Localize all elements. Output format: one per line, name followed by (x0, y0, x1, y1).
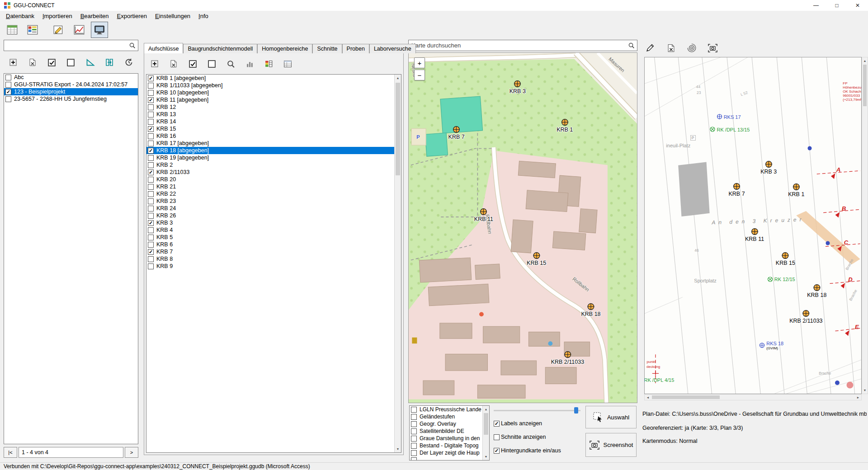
borehole-checkbox[interactable] (148, 169, 154, 175)
tab-proben[interactable]: Proben (342, 44, 369, 53)
chart-button[interactable] (242, 56, 257, 71)
borehole-row[interactable]: KRB 1 [abgegeben] (146, 75, 401, 82)
scroll-thumb[interactable] (396, 83, 400, 175)
project-row[interactable]: Abc (4, 74, 138, 81)
borehole-checkbox[interactable] (148, 249, 154, 255)
database-view-button[interactable] (4, 22, 21, 38)
search-icon[interactable] (625, 40, 637, 51)
delete-plan-button[interactable] (663, 41, 679, 55)
scroll-down-icon[interactable]: ▼ (395, 446, 401, 452)
borehole-row[interactable]: KRB 23 (146, 197, 401, 205)
project-row[interactable]: GGU-STRATIG Export - 24.04.2024 17:02:57 (4, 81, 138, 88)
project-checkbox[interactable] (5, 82, 11, 88)
layer-row[interactable]: Geogr. Overlay (410, 420, 489, 428)
layer-row[interactable]: Bestand - Digitale Topog (410, 442, 489, 449)
borehole-checkbox[interactable] (148, 148, 154, 154)
plan-marker[interactable]: RK 12/15 (767, 276, 795, 282)
scroll-left-icon[interactable]: ◄ (645, 395, 651, 400)
map-option[interactable]: Schnitte anzeigen (494, 433, 561, 441)
scroll-up-icon[interactable]: ▲ (862, 57, 868, 64)
tab-schnitte[interactable]: Schnitte (312, 44, 342, 53)
zoom-out-button[interactable]: − (414, 70, 425, 80)
plan-marker[interactable]: KRB 15 (776, 252, 795, 266)
borehole-scrollbar[interactable]: ▲ ▼ (394, 75, 401, 452)
close-button[interactable]: ✕ (847, 0, 868, 11)
option-checkbox[interactable] (494, 448, 500, 454)
layer-checkbox[interactable] (411, 443, 417, 449)
layer-row[interactable]: Satellitenbilder DE (410, 428, 489, 435)
georeference-button[interactable] (684, 41, 699, 55)
borehole-row[interactable]: KRB 6 (146, 241, 401, 248)
map-marker[interactable]: KRB 2/11033 (551, 351, 584, 365)
borehole-row[interactable]: KRB 4 (146, 226, 401, 234)
delete-borehole-button[interactable] (166, 56, 181, 71)
uncheck-all-button[interactable] (204, 56, 219, 71)
opacity-slider[interactable] (494, 407, 580, 414)
plan-marker[interactable]: KRB 11 (745, 228, 764, 242)
plan-marker[interactable]: KRB 18 (807, 284, 826, 298)
zoom-in-button[interactable]: + (414, 57, 425, 68)
borehole-log-button[interactable] (261, 56, 276, 71)
option-checkbox[interactable] (494, 434, 500, 440)
layer-checkbox[interactable] (411, 414, 417, 420)
minimize-button[interactable]: — (806, 0, 826, 11)
borehole-row[interactable]: KRB 5 (146, 234, 401, 241)
layer-checkbox[interactable] (411, 450, 417, 456)
map-search-input[interactable] (409, 42, 625, 49)
borehole-checkbox[interactable] (148, 97, 154, 103)
borehole-row[interactable]: KRB 3 (146, 219, 401, 226)
next-page-button[interactable]: > (125, 447, 138, 458)
tab-aufschlüsse[interactable]: Aufschlüsse (144, 43, 183, 53)
scroll-up-icon[interactable]: ▲ (395, 75, 401, 81)
pagination-input[interactable] (19, 447, 123, 458)
borehole-checkbox[interactable] (148, 126, 154, 132)
scroll-thumb[interactable] (652, 395, 720, 399)
borehole-checkbox[interactable] (148, 235, 154, 240)
delete-project-button[interactable] (25, 55, 40, 70)
borehole-checkbox[interactable] (148, 206, 154, 212)
map-marker[interactable]: KRB 7 (448, 126, 465, 140)
borehole-row[interactable]: KRB 12 (146, 103, 401, 111)
project-row[interactable]: 123 - Beispielprojekt (4, 88, 138, 95)
menu-item-exportieren[interactable]: Exportieren (113, 12, 151, 20)
layer-row[interactable]: LGLN Preussische Lande (410, 406, 489, 413)
plan-vscrollbar[interactable]: ▲ ▼ (862, 57, 868, 394)
layer-row[interactable] (410, 456, 489, 461)
borehole-row[interactable]: KRB 8 (146, 255, 401, 263)
borehole-row[interactable]: KRB 20 (146, 176, 401, 183)
borehole-row[interactable]: KRB 10 [abgegeben] (146, 89, 401, 96)
borehole-row[interactable]: KRB 14 (146, 118, 401, 125)
stratig-view-button[interactable] (24, 22, 41, 38)
menu-item-importieren[interactable]: Importieren (38, 12, 76, 20)
borehole-row[interactable]: KRB 11 [abgegeben] (146, 96, 401, 103)
slider-thumb[interactable] (574, 407, 578, 414)
borehole-row[interactable]: KRB 26 (146, 212, 401, 219)
borehole-checkbox[interactable] (148, 198, 154, 204)
borehole-row[interactable]: KRB 17 [abgegeben] (146, 140, 401, 147)
scroll-thumb[interactable] (863, 65, 867, 106)
select-button[interactable]: Auswahl (585, 406, 637, 428)
layer-row[interactable]: Geländestufen (410, 413, 489, 420)
search-icon[interactable] (126, 40, 138, 51)
scroll-right-icon[interactable]: ► (855, 395, 861, 400)
scroll-thumb[interactable] (484, 413, 488, 435)
borehole-row[interactable]: KRB 2/11033 (146, 169, 401, 176)
layer-checkbox[interactable] (411, 436, 417, 442)
screenshot-button[interactable]: Screenshot (585, 433, 637, 457)
diagram-view-button[interactable] (71, 22, 88, 38)
plan-marker[interactable]: RK /DPL 13/15 (710, 127, 750, 132)
maximize-button[interactable]: □ (826, 0, 847, 11)
borehole-row[interactable]: KRB 22 (146, 190, 401, 197)
map-canvas[interactable]: RollbahnRollbahnMasurenNeuruP KRB 3KRB 7… (408, 52, 637, 403)
borehole-row[interactable]: KRB 19 [abgegeben] (146, 154, 401, 161)
menu-item-bearbeiten[interactable]: Bearbeiten (76, 12, 113, 20)
project-row[interactable]: 23-5657 - 2268-HH U5 Jungfernstieg (4, 95, 138, 103)
borehole-row[interactable]: KRB 21 (146, 183, 401, 190)
plan-screenshot-button[interactable] (705, 41, 720, 55)
borehole-checkbox[interactable] (148, 119, 154, 125)
borehole-checkbox[interactable] (148, 184, 154, 190)
borehole-checkbox[interactable] (148, 162, 154, 168)
borehole-row[interactable]: KRB 7 (146, 248, 401, 255)
project-checkbox[interactable] (5, 96, 11, 102)
option-checkbox[interactable] (494, 421, 500, 427)
